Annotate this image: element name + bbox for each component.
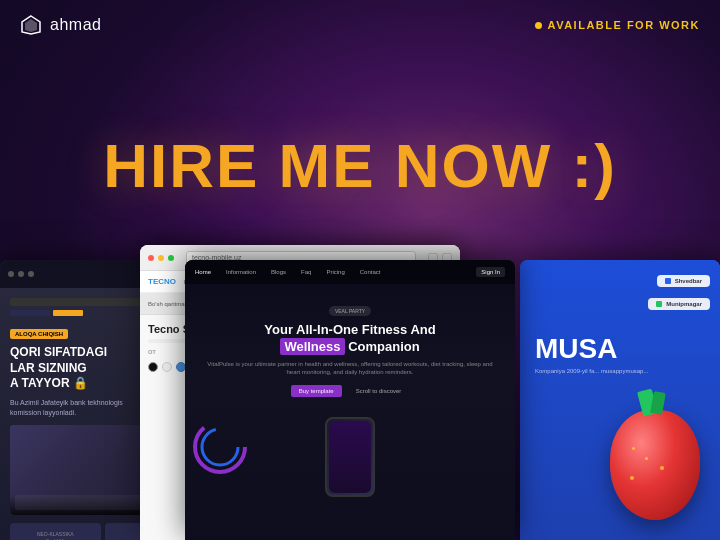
fitness-nav-faq: Faq — [301, 269, 311, 275]
musa-background: Shvedbar Munipmagar MUSA Kompaniya 2009-… — [520, 260, 720, 540]
fitness-cta-buttons: Buy template Scroll to discover — [205, 385, 495, 397]
fitness-title: Your All-In-One Fitness And Wellness Com… — [205, 322, 495, 356]
musa-badge-label1: Shvedbar — [675, 278, 702, 284]
musa-badge-label2: Munipmagar — [666, 301, 702, 307]
fitness-nav-home: Home — [195, 269, 211, 275]
fitness-nav-info: Information — [226, 269, 256, 275]
screenshot-musa: Shvedbar Munipmagar MUSA Kompaniya 2009-… — [520, 260, 720, 540]
fitness-navbar: Home Information Blogs Faq Pricing Conta… — [185, 260, 515, 284]
fitness-buy-button[interactable]: Buy template — [291, 385, 342, 397]
available-text: AVAILABLE FOR WORK — [548, 19, 700, 31]
bank-card-neo: NEO-KLASSIKA0 qo'shildi — [10, 523, 101, 540]
logo-icon — [20, 14, 42, 36]
topbar: ahmad AVAILABLE FOR WORK — [0, 0, 720, 50]
fitness-background: Home Information Blogs Faq Pricing Conta… — [185, 260, 515, 540]
available-dot — [535, 22, 542, 29]
svg-point-3 — [202, 429, 238, 465]
musa-product-image — [600, 390, 720, 540]
logo-text: ahmad — [50, 16, 101, 34]
fitness-sign-in[interactable]: Sign In — [476, 267, 505, 277]
fitness-subtitle: VitalPulse is your ultimate partner in h… — [205, 360, 495, 377]
logo-area: ahmad — [20, 14, 101, 36]
fitness-badge: VEAL PARTY — [329, 306, 371, 316]
fitness-nav-pricing: Pricing — [326, 269, 344, 275]
fitness-title-line1: Your All-In-One Fitness And — [264, 322, 435, 337]
fitness-chart-decoration — [190, 412, 250, 482]
fitness-title-after: Companion — [348, 339, 420, 354]
fitness-title-highlight: Wellness — [280, 338, 344, 355]
musa-subtitle: Kompaniya 2009-yil fa... musappymusap... — [535, 367, 705, 375]
available-badge: AVAILABLE FOR WORK — [535, 19, 700, 31]
fitness-phone-mockup — [325, 417, 375, 497]
fitness-discover-button[interactable]: Scroll to discover — [348, 385, 410, 397]
svg-marker-1 — [25, 19, 37, 32]
screenshot-fitness: Home Information Blogs Faq Pricing Conta… — [185, 260, 515, 540]
screenshots-container: ALOQA CHIQISH QORI SIFATDAGILAR SIZNINGA… — [0, 240, 720, 540]
hero-title-text: HIRE ME NOW :) — [0, 130, 720, 201]
fitness-nav-blogs: Blogs — [271, 269, 286, 275]
hero-title-container: HIRE ME NOW :) — [0, 130, 720, 201]
fitness-hero-section: VEAL PARTY Your All-In-One Fitness And W… — [185, 284, 515, 407]
fitness-nav-contact: Contact — [360, 269, 381, 275]
musa-main-content: MUSA Kompaniya 2009-yil fa... musappymus… — [535, 335, 705, 375]
tecno-logo: TECNO — [148, 277, 176, 286]
musa-brand-title: MUSA — [535, 335, 705, 363]
bank-tag: ALOQA CHIQISH — [10, 329, 68, 339]
fitness-phone-section — [185, 417, 515, 497]
musa-badge-shvedbar: Shvedbar — [657, 275, 710, 287]
musa-badge-munip: Munipmagar — [648, 298, 710, 310]
